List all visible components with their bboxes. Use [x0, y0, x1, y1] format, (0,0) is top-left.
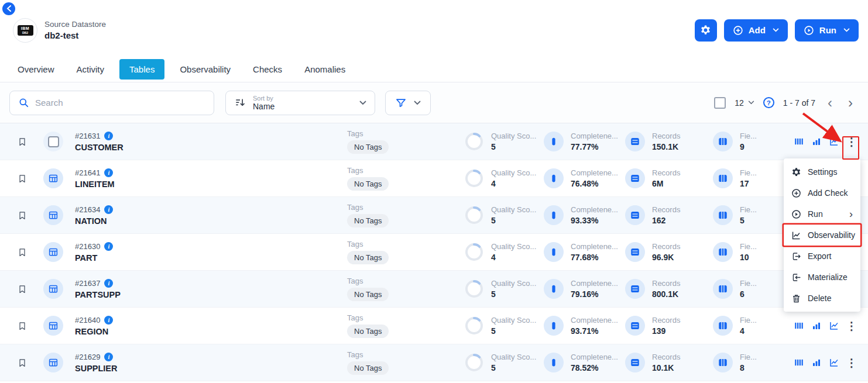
play-circle-icon — [791, 209, 801, 219]
table-id: #21641 — [75, 168, 100, 177]
bookmark-icon[interactable] — [18, 284, 32, 295]
table-name[interactable]: PART — [75, 253, 347, 263]
tab-anomalies[interactable]: Anomalies — [297, 59, 352, 80]
line-chart-icon[interactable] — [827, 319, 841, 333]
info-icon[interactable]: i — [104, 205, 113, 214]
tab-tables[interactable]: Tables — [119, 59, 164, 80]
columns-icon[interactable] — [792, 134, 806, 149]
line-chart-icon[interactable] — [827, 356, 841, 370]
fields-label: Fie... — [740, 279, 757, 288]
columns-icon[interactable] — [792, 356, 806, 370]
table-name[interactable]: NATION — [75, 216, 347, 226]
table-id: #21637 — [75, 279, 100, 288]
table-name[interactable]: PARTSUPP — [75, 290, 347, 299]
info-icon[interactable]: i — [104, 168, 113, 177]
tab-overview[interactable]: Overview — [11, 59, 61, 80]
menu-item-settings[interactable]: Settings — [784, 161, 860, 182]
quality-score-value: 4 — [491, 179, 536, 188]
table-icon[interactable] — [43, 205, 63, 225]
table-icon[interactable] — [43, 279, 63, 299]
fields-label: Fie... — [740, 205, 757, 214]
help-icon[interactable]: ? — [763, 97, 774, 108]
completeness-label: Completene... — [571, 205, 618, 214]
info-icon[interactable]: i — [104, 316, 113, 325]
tags-label: Tags — [347, 203, 464, 212]
select-all-checkbox[interactable] — [714, 97, 726, 109]
fields-label: Fie... — [740, 353, 757, 361]
bar-chart-icon[interactable] — [809, 134, 824, 149]
completeness-icon — [544, 242, 564, 262]
fields-icon — [713, 168, 733, 188]
bookmark-icon[interactable] — [18, 247, 32, 258]
bar-chart-icon[interactable] — [809, 319, 824, 333]
row-menu-button[interactable]: ⋮ — [845, 134, 859, 149]
table-name[interactable]: LINEITEM — [75, 180, 347, 189]
page-size-dropdown[interactable]: 12 — [735, 98, 754, 108]
records-icon — [625, 242, 645, 262]
prev-page-button[interactable]: ‹ — [824, 97, 836, 109]
quality-score-icon — [464, 316, 484, 336]
table-icon[interactable] — [43, 168, 63, 188]
menu-item-materialize[interactable]: Materialize — [784, 267, 860, 288]
run-button[interactable]: Run — [795, 19, 859, 42]
tags-label: Tags — [347, 129, 464, 138]
info-icon[interactable]: i — [104, 242, 113, 251]
table-name[interactable]: REGION — [75, 327, 347, 336]
settings-button[interactable] — [695, 19, 717, 42]
menu-item-run[interactable]: Run › — [784, 203, 860, 225]
tags-pill: No Tags — [347, 288, 389, 301]
menu-item-observability[interactable]: Observability — [784, 225, 860, 246]
pagination-range: 1 - 7 of 7 — [783, 98, 815, 108]
info-icon[interactable]: i — [104, 132, 113, 140]
completeness-label: Completene... — [571, 353, 618, 361]
completeness-label: Completene... — [571, 279, 618, 288]
table-name[interactable]: SUPPLIER — [75, 364, 347, 373]
tab-activity[interactable]: Activity — [70, 59, 112, 80]
plus-circle-icon — [733, 25, 743, 36]
filter-dropdown[interactable] — [385, 91, 431, 115]
completeness-icon — [544, 279, 564, 299]
tab-observability[interactable]: Observability — [173, 59, 238, 80]
quality-score-value: 5 — [491, 216, 536, 225]
table-name[interactable]: CUSTOMER — [75, 143, 347, 152]
sort-icon — [234, 97, 246, 109]
sort-dropdown[interactable]: Sort by Name — [225, 91, 375, 115]
quality-score-icon — [464, 205, 484, 225]
bookmark-icon[interactable] — [18, 173, 32, 184]
table-icon[interactable] — [43, 316, 63, 336]
row-select-area — [43, 132, 63, 151]
columns-icon[interactable] — [792, 319, 806, 333]
row-menu-button[interactable]: ⋮ — [845, 319, 859, 333]
tab-checks[interactable]: Checks — [246, 59, 289, 80]
bookmark-icon[interactable] — [18, 357, 32, 368]
next-page-button[interactable]: › — [845, 97, 856, 109]
page: IBM DB2 Source Datastore db2-test Add Ru… — [0, 0, 868, 383]
menu-item-delete[interactable]: Delete — [784, 288, 860, 309]
info-icon[interactable]: i — [104, 353, 113, 361]
search-box[interactable] — [9, 91, 214, 115]
table-icon[interactable] — [43, 353, 63, 372]
table-icon[interactable] — [43, 242, 63, 262]
records-icon — [625, 353, 645, 372]
fields-value: 17 — [740, 179, 757, 188]
row-menu-button[interactable]: ⋮ — [845, 356, 859, 370]
bookmark-icon[interactable] — [18, 136, 32, 147]
plus-circle-icon — [791, 188, 801, 198]
bookmark-icon[interactable] — [18, 210, 32, 221]
bar-chart-icon[interactable] — [809, 356, 824, 370]
search-input[interactable] — [35, 98, 205, 108]
info-icon[interactable]: i — [104, 279, 113, 288]
back-button[interactable] — [2, 2, 15, 15]
row-checkbox[interactable] — [48, 136, 59, 147]
add-button[interactable]: Add — [724, 19, 788, 42]
source-datastore-label: Source Datastore — [44, 20, 106, 29]
bookmark-icon[interactable] — [18, 320, 32, 332]
quality-score-label: Quality Sco... — [491, 279, 536, 288]
completeness-icon — [544, 316, 564, 336]
table-row: #21631 i CUSTOMER Tags No Tags Quality S… — [0, 123, 868, 160]
line-chart-icon[interactable] — [827, 134, 841, 149]
menu-item-export[interactable]: Export — [784, 246, 860, 267]
menu-item-add-check[interactable]: Add Check — [784, 182, 860, 203]
quality-score-label: Quality Sco... — [491, 132, 536, 140]
quality-score-label: Quality Sco... — [491, 168, 536, 177]
